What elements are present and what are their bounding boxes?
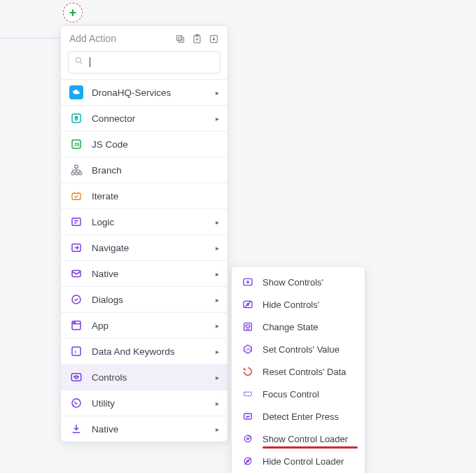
variable-icon: x xyxy=(69,344,83,358)
menu-item-native-download[interactable]: Native ▸ xyxy=(61,416,227,442)
menu-item-label: Native xyxy=(92,424,118,435)
svg-point-34 xyxy=(74,322,74,323)
menu-item-app[interactable]: App ▸ xyxy=(61,313,227,338)
sub-item-show-controls[interactable]: Show Controls' xyxy=(232,271,365,293)
search-input[interactable] xyxy=(90,57,214,68)
svg-point-35 xyxy=(75,322,76,323)
add-action-panel: Add Action Drona xyxy=(60,25,228,442)
eye-icon xyxy=(241,276,254,288)
menu-item-label: Connector xyxy=(92,113,135,124)
sub-item-label: Focus Control xyxy=(262,389,319,400)
chevron-right-icon: ▸ xyxy=(216,296,219,304)
svg-line-46 xyxy=(245,302,251,307)
navigate-icon xyxy=(69,241,83,255)
menu-item-navigate[interactable]: Navigate ▸ xyxy=(61,235,227,260)
chevron-right-icon: ▸ xyxy=(216,115,219,122)
search-wrap xyxy=(61,48,227,79)
chevron-right-icon: ▸ xyxy=(216,89,219,97)
svg-rect-17 xyxy=(71,172,74,175)
menu-item-label: DronaHQ-Services xyxy=(92,87,171,98)
menu-item-dronahq-services[interactable]: DronaHQ-Services ▸ xyxy=(61,80,227,105)
menu-item-label: Dialogs xyxy=(92,295,123,305)
eye-icon xyxy=(69,370,83,384)
sub-item-label: Show Control Loader xyxy=(262,434,348,444)
chevron-right-icon: ▸ xyxy=(216,244,219,252)
app-icon xyxy=(69,318,83,332)
copy-icon[interactable] xyxy=(174,33,186,44)
text-cursor xyxy=(90,57,90,67)
menu-item-logic[interactable]: Logic ▸ xyxy=(61,209,227,234)
menu-item-connector[interactable]: Connector ▸ xyxy=(61,106,227,131)
sub-item-show-loader[interactable]: Show Control Loader xyxy=(232,428,365,450)
menu-item-label: Navigate xyxy=(92,243,129,253)
sub-item-detect-enter[interactable]: Detect Enter Press xyxy=(232,405,365,428)
js-icon: JS xyxy=(69,137,83,151)
svg-rect-48 xyxy=(246,325,249,327)
svg-point-55 xyxy=(247,438,249,440)
logic-icon xyxy=(69,215,83,229)
menu-item-label: Data And Keywords xyxy=(92,346,175,357)
sub-item-reset-data[interactable]: Reset Controls' Data xyxy=(232,360,365,383)
loader-show-icon xyxy=(241,432,254,445)
menu-item-label: Logic xyxy=(92,217,114,227)
top-divider xyxy=(0,38,63,38)
menu-item-branch[interactable]: Branch xyxy=(61,157,227,183)
svg-rect-42 xyxy=(244,278,252,285)
menu-item-iterate[interactable]: Iterate xyxy=(61,183,227,209)
controls-submenu: Show Controls' Hide Controls' Change Sta… xyxy=(231,266,365,473)
svg-rect-16 xyxy=(75,165,78,168)
panel-header: Add Action xyxy=(61,26,227,48)
sub-item-hide-controls[interactable]: Hide Controls' xyxy=(232,293,365,316)
sub-item-label: Hide Controls' xyxy=(262,299,319,310)
chevron-right-icon: ▸ xyxy=(216,218,219,226)
menu-item-native-mail[interactable]: Native ▸ xyxy=(61,261,227,286)
sub-item-label: Hide Control Loader xyxy=(262,456,344,467)
menu-item-dialogs[interactable]: Dialogs ▸ xyxy=(61,287,227,312)
focus-icon xyxy=(241,388,254,400)
enter-icon xyxy=(241,410,254,423)
import-icon[interactable] xyxy=(208,33,219,44)
menu-item-utility[interactable]: Utility ▸ xyxy=(61,390,227,416)
svg-text:x: x xyxy=(74,348,77,355)
menu-item-label: App xyxy=(92,320,108,331)
svg-rect-19 xyxy=(79,172,82,175)
reset-icon xyxy=(241,365,254,378)
svg-rect-51 xyxy=(244,392,252,395)
cloud-icon xyxy=(69,85,83,99)
download-icon xyxy=(69,422,83,436)
state-icon xyxy=(241,320,254,333)
sub-item-label: Show Controls' xyxy=(262,277,323,288)
plus-icon: + xyxy=(69,6,77,20)
chevron-right-icon: ▸ xyxy=(216,348,219,355)
branch-icon xyxy=(69,163,83,177)
sub-item-label: Reset Controls' Data xyxy=(262,367,346,377)
annotation-underline xyxy=(262,446,358,449)
svg-rect-26 xyxy=(72,218,80,226)
chevron-right-icon: ▸ xyxy=(216,270,219,278)
add-node-button[interactable]: + xyxy=(63,3,83,22)
menu-item-label: Iterate xyxy=(92,191,118,202)
svg-line-11 xyxy=(80,62,82,64)
svg-text:JS: JS xyxy=(74,142,80,147)
panel-title: Add Action xyxy=(69,33,116,44)
menu-item-controls[interactable]: Controls ▸ xyxy=(61,365,227,390)
svg-rect-38 xyxy=(71,374,81,381)
sub-item-hide-loader[interactable]: Hide Control Loader xyxy=(232,450,365,472)
sub-item-focus-control[interactable]: Focus Control xyxy=(232,383,365,405)
paste-icon[interactable] xyxy=(191,33,202,44)
menu-item-label: Controls xyxy=(92,372,127,383)
value-icon: VAL xyxy=(241,343,254,355)
iterate-icon xyxy=(69,189,83,203)
check-circle-icon xyxy=(69,292,83,306)
sub-item-change-state[interactable]: Change State xyxy=(232,316,365,338)
sub-item-label: Set Controls' Value xyxy=(262,344,340,355)
panel-header-actions xyxy=(174,33,219,44)
menu-item-js-code[interactable]: JS JS Code xyxy=(61,132,227,157)
search-box[interactable] xyxy=(68,51,220,73)
svg-point-10 xyxy=(76,57,80,62)
menu-item-label: JS Code xyxy=(92,139,128,150)
menu-item-data-keywords[interactable]: x Data And Keywords ▸ xyxy=(61,339,227,364)
chevron-right-icon: ▸ xyxy=(216,425,219,433)
whatsapp-icon xyxy=(69,396,83,410)
sub-item-set-value[interactable]: VAL Set Controls' Value xyxy=(232,338,365,360)
